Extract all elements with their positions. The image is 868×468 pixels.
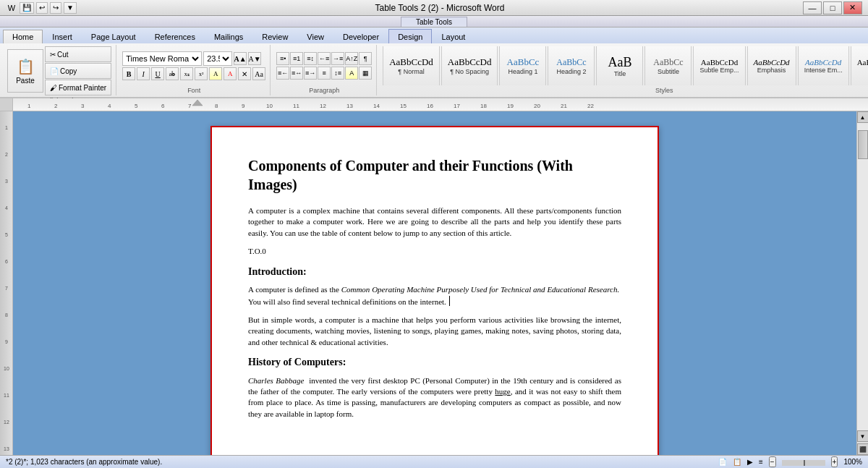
svg-text:18: 18: [480, 103, 487, 109]
save-button[interactable]: 💾: [20, 2, 34, 14]
doc-area: 1 2 3 4 5 6 7 8 9 10 11 12 13 Components…: [0, 111, 868, 455]
right-scrollbar: ▲ ▼ ⬛: [856, 111, 868, 455]
title-bar: W 💾 ↩ ↪ ▼ Table Tools 2 (2) - Microsoft …: [0, 0, 868, 16]
font-size-select[interactable]: 23.5: [203, 51, 232, 66]
superscript-button[interactable]: x²: [195, 67, 208, 80]
style-heading1[interactable]: AaBbCc Heading 1: [499, 46, 546, 85]
sort-button[interactable]: A↑Z: [345, 52, 358, 65]
style-heading2[interactable]: AaBbCc Heading 2: [548, 46, 595, 85]
tab-developer[interactable]: Developer: [333, 29, 388, 43]
format-painter-button[interactable]: 🖌 Format Painter: [45, 80, 111, 95]
underline-button[interactable]: U: [151, 67, 164, 80]
scroll-up-button[interactable]: ▲: [857, 111, 869, 123]
font-row1: Times New Roman 23.5 A▲ A▼: [122, 51, 265, 66]
zoom-in-button[interactable]: +: [831, 456, 838, 467]
left-ruler-svg: 1 2 3 4 5 6 7 8 9 10 11 12 13: [0, 111, 13, 455]
read-view-icon[interactable]: ▶: [747, 458, 753, 466]
outline-view-icon[interactable]: ≡: [759, 458, 763, 466]
svg-text:6: 6: [5, 259, 8, 264]
section-intro-heading: Introduction:: [248, 265, 621, 279]
svg-text:7: 7: [188, 103, 192, 109]
tab-home[interactable]: Home: [3, 30, 43, 44]
tab-insert[interactable]: Insert: [43, 29, 82, 43]
style-intense-em[interactable]: AaBbCcDd Intense Em...: [798, 46, 849, 85]
doc-scroll[interactable]: Components of Computer and their Functio…: [13, 111, 856, 455]
tab-references[interactable]: References: [145, 29, 205, 43]
scroll-down-button[interactable]: ▼: [857, 430, 869, 442]
svg-text:9: 9: [242, 103, 245, 109]
maximize-button[interactable]: □: [823, 1, 842, 14]
increase-indent-button[interactable]: →≡: [331, 52, 344, 65]
table-tools-bar: Table Tools: [0, 16, 868, 27]
doc-view-icon[interactable]: 📄: [718, 458, 727, 466]
svg-text:12: 12: [320, 103, 326, 109]
italic-button[interactable]: I: [137, 67, 150, 80]
font-color-button[interactable]: A: [224, 67, 237, 80]
tab-layout[interactable]: Layout: [432, 29, 475, 43]
align-justify-button[interactable]: ≡: [318, 67, 331, 80]
undo-button[interactable]: ↩: [36, 2, 48, 14]
align-right-button[interactable]: ≡→: [304, 67, 317, 80]
subscript-button[interactable]: x₂: [180, 67, 193, 80]
style-subtitle[interactable]: AaBbCc Subtitle: [644, 46, 692, 85]
section-intro-para2: But in simple words, a computer is a mac…: [248, 315, 621, 348]
style-more[interactable]: AaBbCcDd ...: [851, 46, 868, 85]
align-center-button[interactable]: ≡↔: [290, 67, 303, 80]
tab-mailings[interactable]: Mailings: [205, 29, 252, 43]
line-spacing-button[interactable]: ↕≡: [331, 67, 344, 80]
bold-button[interactable]: B: [122, 67, 135, 80]
scroll-bottom-button[interactable]: ⬛: [857, 443, 869, 455]
font-name-select[interactable]: Times New Roman: [122, 51, 202, 66]
style-emphasis[interactable]: AaBbCcDd Emphasis: [747, 46, 796, 85]
svg-text:11: 11: [4, 393, 9, 398]
style-heading2-preview: AaBbCc: [556, 57, 586, 68]
tab-review[interactable]: Review: [252, 29, 297, 43]
zoom-out-button[interactable]: −: [769, 456, 776, 467]
tab-page-layout[interactable]: Page Layout: [82, 29, 145, 43]
table-tools-label: Table Tools: [401, 17, 467, 27]
copy-button[interactable]: 📄 Copy: [45, 63, 111, 79]
style-no-spacing-label: ¶ No Spacing: [450, 68, 489, 75]
style-no-spacing[interactable]: AaBbCcDd ¶ No Spacing: [441, 46, 498, 85]
grow-font-button[interactable]: A▲: [234, 52, 247, 65]
paragraph-group: ≡• ≡1 ≡↕ ←≡ →≡ A↑Z ¶ ≡← ≡↔ ≡→ ≡ ↕≡: [272, 45, 377, 95]
show-formatting-button[interactable]: ¶: [359, 52, 372, 65]
section-history-heading: History of Computers:: [248, 355, 621, 370]
section-history-para1: Charles Babbage invented the very first …: [248, 375, 621, 420]
scrollbar-track[interactable]: [857, 123, 868, 430]
svg-text:15: 15: [400, 103, 407, 109]
text-highlight-button[interactable]: A: [209, 67, 222, 80]
svg-text:22: 22: [587, 103, 594, 109]
shrink-font-button[interactable]: A▼: [248, 52, 261, 65]
style-subtle-em[interactable]: AaBbCcDd Subtle Emp...: [693, 46, 745, 85]
decrease-indent-button[interactable]: ←≡: [318, 52, 331, 65]
copy-icon: 📄: [50, 67, 59, 75]
title-bar-left: W 💾 ↩ ↪ ▼: [6, 2, 77, 14]
multilevel-list-button[interactable]: ≡↕: [304, 52, 317, 65]
cut-button[interactable]: ✂ Cut: [45, 46, 111, 62]
web-view-icon[interactable]: 📋: [733, 458, 741, 466]
strikethrough-button[interactable]: ab̶: [166, 67, 179, 80]
close-button[interactable]: ✕: [843, 1, 862, 14]
tab-view[interactable]: View: [297, 29, 333, 43]
text-cursor: [449, 296, 450, 306]
minimize-button[interactable]: —: [803, 1, 822, 14]
qa-dropdown-button[interactable]: ▼: [64, 2, 77, 14]
change-case-button[interactable]: Aa: [252, 67, 265, 80]
paste-button[interactable]: 📋 Paste: [7, 49, 43, 93]
align-left-button[interactable]: ≡←: [276, 67, 289, 80]
borders-button[interactable]: ▦: [359, 67, 372, 80]
scrollbar-thumb[interactable]: [858, 130, 868, 159]
clear-format-button[interactable]: ✕: [238, 67, 251, 80]
zoom-slider[interactable]: [782, 460, 825, 466]
style-normal[interactable]: AaBbCcDd ¶ Normal: [383, 46, 440, 85]
numbered-list-button[interactable]: ≡1: [290, 52, 303, 65]
style-title[interactable]: AaB Title: [596, 46, 643, 85]
shading-button[interactable]: A: [345, 67, 358, 80]
bullets-button[interactable]: ≡•: [276, 52, 289, 65]
svg-text:1: 1: [27, 103, 31, 109]
tab-design[interactable]: Design: [388, 29, 432, 43]
svg-text:5: 5: [5, 232, 8, 237]
svg-text:2: 2: [5, 152, 8, 157]
redo-button[interactable]: ↪: [50, 2, 61, 14]
